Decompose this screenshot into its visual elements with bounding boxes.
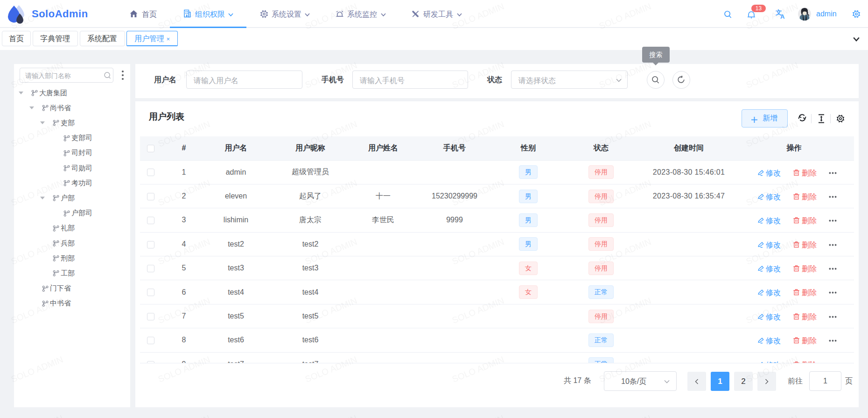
svg-text:A: A [780, 13, 785, 19]
